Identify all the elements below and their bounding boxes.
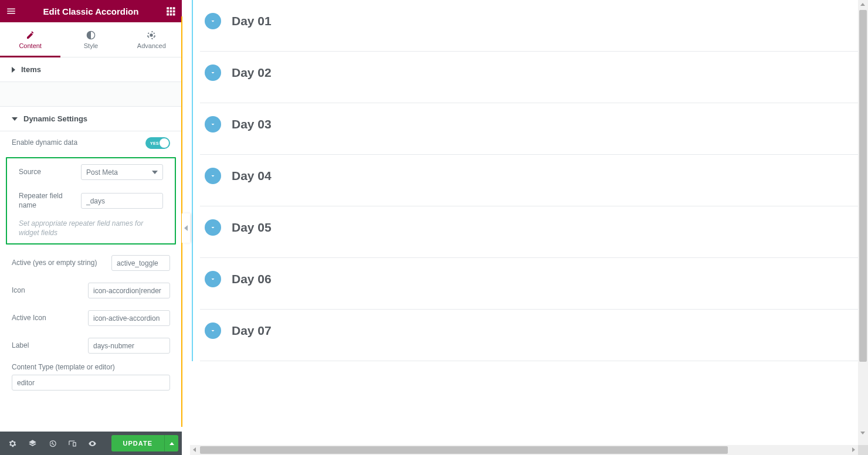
activeicon-input[interactable] (88, 310, 170, 326)
tab-style-label: Style (84, 42, 98, 49)
panel-tabs: Content Style Advanced (0, 22, 182, 57)
history-icon (48, 439, 57, 448)
chevron-down-icon (209, 224, 216, 231)
scrollbar-corner (858, 445, 868, 455)
repeater-hint: Set appropriate repeater field names for… (7, 216, 175, 243)
caret-down-icon (12, 117, 18, 121)
vertical-scroll-thumb[interactable] (859, 10, 867, 362)
expand-toggle[interactable] (205, 168, 221, 184)
caret-left-icon (184, 225, 188, 231)
devices-icon (68, 439, 77, 448)
accordion-header[interactable]: Day 01 (195, 0, 863, 29)
accordion-header[interactable]: Day 05 (195, 206, 863, 236)
section-items-label: Items (21, 65, 41, 74)
settings-button[interactable] (4, 434, 21, 452)
gear-icon (8, 439, 17, 448)
active-input[interactable] (111, 255, 170, 271)
accordion-item[interactable]: Day 07 (195, 310, 863, 361)
contenttype-input[interactable] (12, 375, 170, 391)
vertical-scrollbar[interactable] (858, 0, 868, 447)
enable-dynamic-label: Enable dynamic data (12, 138, 140, 148)
horizontal-scrollbar[interactable] (190, 445, 858, 455)
update-options-button[interactable] (164, 435, 178, 451)
expand-toggle[interactable] (205, 219, 221, 236)
accordion-header[interactable]: Day 02 (195, 52, 863, 81)
preview-area: Day 01Day 02Day 03Day 04Day 05Day 06Day … (190, 0, 868, 447)
accordion-item[interactable]: Day 03 (195, 103, 863, 154)
chevron-down-icon (152, 171, 158, 174)
svg-rect-4 (170, 11, 172, 13)
scroll-down-icon (860, 432, 865, 434)
tab-content[interactable]: Content (0, 22, 60, 57)
svg-rect-7 (170, 13, 172, 16)
expand-toggle[interactable] (205, 13, 221, 29)
svg-rect-5 (173, 11, 175, 13)
source-select[interactable]: Post Meta (81, 164, 163, 180)
responsive-button[interactable] (63, 434, 81, 452)
chevron-down-icon (209, 18, 216, 25)
eye-icon (88, 439, 97, 448)
caret-right-icon (12, 67, 15, 73)
scroll-left-icon (193, 447, 196, 452)
expand-toggle[interactable] (205, 116, 221, 133)
svg-rect-8 (173, 13, 175, 16)
panel-sections: Items Dynamic Settings Enable dynamic da… (0, 57, 182, 432)
accordion-item[interactable]: Day 01 (195, 0, 863, 51)
panel-title: Edit Classic Accordion (43, 6, 139, 16)
accordion-header[interactable]: Day 06 (195, 258, 863, 287)
update-button[interactable]: UPDATE (111, 435, 164, 451)
gear-icon (147, 30, 156, 40)
section-items[interactable]: Items (0, 57, 182, 82)
accordion-item[interactable]: Day 05 (195, 206, 863, 257)
accordion-title: Day 04 (232, 169, 272, 183)
accordion-widget[interactable]: Day 01Day 02Day 03Day 04Day 05Day 06Day … (192, 0, 866, 361)
section-dynamic[interactable]: Dynamic Settings (0, 107, 182, 131)
active-label: Active (yes or empty string) (12, 259, 106, 268)
widgets-button[interactable] (160, 0, 182, 22)
apps-grid-icon (165, 6, 176, 16)
activeicon-label: Active Icon (12, 314, 82, 323)
tab-content-label: Content (19, 42, 42, 49)
active-row: Active (yes or empty string) (0, 249, 182, 277)
label-input[interactable] (88, 338, 170, 354)
update-label: UPDATE (123, 440, 152, 447)
repeater-input[interactable] (81, 193, 163, 209)
history-button[interactable] (43, 434, 61, 452)
menu-button[interactable] (0, 0, 22, 22)
tab-style[interactable]: Style (60, 22, 121, 57)
contenttype-label: Content Type (template or editor) (12, 363, 170, 371)
expand-toggle[interactable] (205, 271, 221, 287)
icon-label: Icon (12, 286, 82, 296)
horizontal-scroll-thumb[interactable] (200, 446, 728, 454)
tab-advanced[interactable]: Advanced (121, 22, 182, 57)
scroll-up-icon (860, 3, 865, 6)
preview-button[interactable] (83, 434, 101, 452)
activeicon-row: Active Icon (0, 304, 182, 332)
icon-row: Icon (0, 277, 182, 304)
source-highlight-box: Source Post Meta Repeater field name Set… (6, 157, 176, 245)
accordion-header[interactable]: Day 07 (195, 310, 863, 339)
accordion-title: Day 02 (232, 66, 272, 80)
panel-footer: UPDATE (0, 432, 182, 455)
editor-panel: Edit Classic Accordion Content Style Adv… (0, 0, 182, 455)
chevron-down-icon (209, 172, 216, 179)
svg-rect-0 (167, 7, 169, 9)
accordion-header[interactable]: Day 03 (195, 103, 863, 133)
chevron-down-icon (209, 327, 216, 334)
expand-toggle[interactable] (205, 64, 221, 81)
expand-toggle[interactable] (205, 322, 221, 339)
panel-collapse-button[interactable] (182, 213, 190, 243)
enable-dynamic-toggle[interactable]: YES (145, 137, 170, 149)
accordion-item[interactable]: Day 04 (195, 155, 863, 206)
icon-input[interactable] (88, 283, 170, 298)
accordion-item[interactable]: Day 02 (195, 52, 863, 103)
dynamic-settings-body: Enable dynamic data YES Source Post Meta (0, 131, 182, 396)
accordion-item[interactable]: Day 06 (195, 258, 863, 309)
navigator-button[interactable] (23, 434, 41, 452)
accordion-header[interactable]: Day 04 (195, 155, 863, 184)
svg-rect-2 (173, 7, 175, 9)
accordion-title: Day 01 (232, 14, 272, 28)
label-label: Label (12, 341, 82, 351)
source-label: Source (19, 168, 75, 177)
contrast-icon (86, 30, 96, 40)
